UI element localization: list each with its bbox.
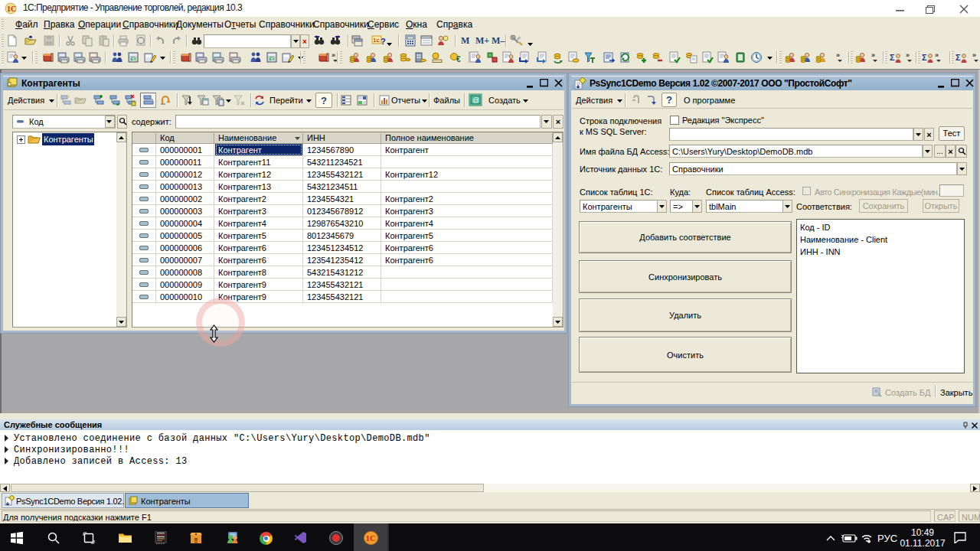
svg-text:»: » <box>972 51 976 59</box>
svg-text:»: » <box>935 51 939 59</box>
svg-text:1c: 1c <box>373 37 379 44</box>
svg-text:»: » <box>836 51 840 59</box>
svg-text:@: @ <box>472 96 479 104</box>
svg-text:?: ? <box>381 37 386 46</box>
svg-text:$: $ <box>270 57 273 62</box>
svg-text:1С: 1С <box>7 5 16 13</box>
svg-text:»: » <box>332 51 335 59</box>
svg-text:Σ: Σ <box>956 53 961 62</box>
svg-text:$: $ <box>132 57 135 62</box>
svg-text:1С: 1С <box>366 533 377 543</box>
svg-text:»: » <box>906 51 910 59</box>
svg-text:Σ: Σ <box>890 53 895 62</box>
svg-text:€: € <box>456 55 461 64</box>
svg-text:»: » <box>871 51 875 59</box>
svg-text:Σ: Σ <box>922 53 927 62</box>
